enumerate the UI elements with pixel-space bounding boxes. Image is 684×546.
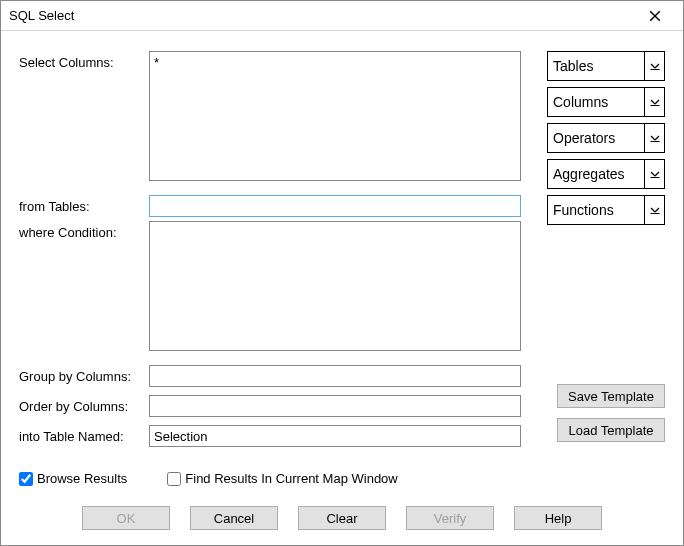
- aggregates-dropdown[interactable]: Aggregates: [547, 159, 665, 189]
- where-condition-label: where Condition:: [19, 221, 149, 240]
- sql-select-dialog: SQL Select Tables Columns Operators Aggr…: [0, 0, 684, 546]
- chevron-down-icon: [644, 88, 664, 116]
- functions-dropdown[interactable]: Functions: [547, 195, 665, 225]
- select-columns-input[interactable]: [149, 51, 521, 181]
- into-table-input[interactable]: [149, 425, 521, 447]
- load-template-button[interactable]: Load Template: [557, 418, 665, 442]
- svg-line-2: [651, 64, 655, 68]
- svg-line-3: [655, 64, 659, 68]
- dialog-buttons: OK Cancel Clear Verify Help: [19, 506, 665, 530]
- clear-button[interactable]: Clear: [298, 506, 386, 530]
- find-in-map-label: Find Results In Current Map Window: [185, 471, 397, 486]
- dropdown-stack: Tables Columns Operators Aggregates Func…: [547, 51, 665, 231]
- columns-dropdown-label: Columns: [548, 94, 644, 110]
- svg-line-6: [655, 100, 659, 104]
- aggregates-dropdown-label: Aggregates: [548, 166, 644, 182]
- chevron-down-icon: [644, 160, 664, 188]
- browse-results-input[interactable]: [19, 472, 33, 486]
- verify-button[interactable]: Verify: [406, 506, 494, 530]
- svg-line-14: [651, 208, 655, 212]
- template-buttons: Save Template Load Template: [557, 384, 665, 452]
- order-by-input[interactable]: [149, 395, 521, 417]
- chevron-down-icon: [644, 52, 664, 80]
- svg-line-11: [651, 172, 655, 176]
- browse-results-label: Browse Results: [37, 471, 127, 486]
- from-tables-input[interactable]: [149, 195, 521, 217]
- where-condition-input[interactable]: [149, 221, 521, 351]
- order-by-label: Order by Columns:: [19, 395, 149, 414]
- browse-results-checkbox[interactable]: Browse Results: [19, 471, 127, 486]
- svg-line-5: [651, 100, 655, 104]
- tables-dropdown[interactable]: Tables: [547, 51, 665, 81]
- svg-line-15: [655, 208, 659, 212]
- svg-line-12: [655, 172, 659, 176]
- dialog-title: SQL Select: [9, 8, 635, 23]
- cancel-button[interactable]: Cancel: [190, 506, 278, 530]
- svg-line-9: [655, 136, 659, 140]
- save-template-button[interactable]: Save Template: [557, 384, 665, 408]
- group-by-input[interactable]: [149, 365, 521, 387]
- dialog-content: Tables Columns Operators Aggregates Func…: [1, 31, 683, 542]
- svg-line-8: [651, 136, 655, 140]
- from-tables-label: from Tables:: [19, 195, 149, 214]
- operators-dropdown-label: Operators: [548, 130, 644, 146]
- ok-button[interactable]: OK: [82, 506, 170, 530]
- titlebar: SQL Select: [1, 1, 683, 31]
- into-table-label: into Table Named:: [19, 425, 149, 444]
- functions-dropdown-label: Functions: [548, 202, 644, 218]
- operators-dropdown[interactable]: Operators: [547, 123, 665, 153]
- find-in-map-checkbox[interactable]: Find Results In Current Map Window: [167, 471, 397, 486]
- help-button[interactable]: Help: [514, 506, 602, 530]
- chevron-down-icon: [644, 124, 664, 152]
- close-button[interactable]: [635, 2, 675, 30]
- columns-dropdown[interactable]: Columns: [547, 87, 665, 117]
- tables-dropdown-label: Tables: [548, 58, 644, 74]
- checkbox-row: Browse Results Find Results In Current M…: [19, 471, 665, 486]
- select-columns-label: Select Columns:: [19, 51, 149, 70]
- chevron-down-icon: [644, 196, 664, 224]
- group-by-label: Group by Columns:: [19, 365, 149, 384]
- find-in-map-input[interactable]: [167, 472, 181, 486]
